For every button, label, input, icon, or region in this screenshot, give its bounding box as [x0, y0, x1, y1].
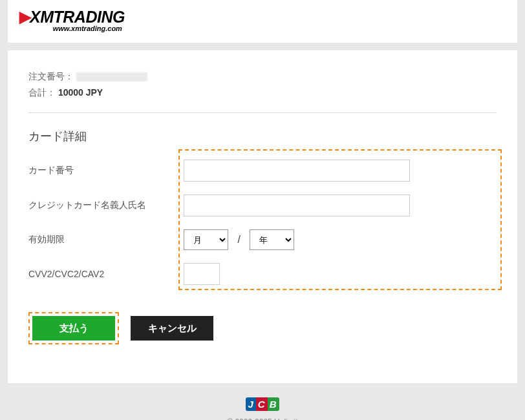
brand-name: XMTRADING: [30, 9, 125, 25]
order-summary: 注文番号： 合計： 10000 JPY: [28, 68, 497, 101]
page-header: ▶ XMTRADING www.xmtrading.com: [8, 0, 517, 43]
payment-card: 注文番号： 合計： 10000 JPY カード詳細 カード番号 クレジットカード…: [8, 50, 517, 383]
order-number-label: 注文番号：: [28, 71, 74, 81]
page-footer: JCB © 2009-2025 Unlimit: [8, 383, 517, 420]
card-holder-input[interactable]: [184, 194, 410, 216]
pay-button[interactable]: 支払う: [32, 316, 115, 341]
card-holder-label: クレジットカード名義人氏名: [28, 200, 184, 211]
brand-url: www.xmtrading.com: [19, 25, 125, 32]
card-form: カード番号 クレジットカード名義人氏名 有効期限 月 / 年: [28, 160, 497, 285]
total-label: 合計：: [28, 87, 56, 98]
expiry-separator: /: [237, 234, 240, 245]
brand-logo: ▶ XMTRADING www.xmtrading.com: [19, 8, 125, 32]
jcb-logo-icon: JCB: [246, 397, 279, 411]
expiry-year-select[interactable]: 年: [250, 229, 294, 250]
copyright-text: © 2009-2025 Unlimit: [8, 417, 517, 420]
section-title: カード詳細: [28, 129, 497, 144]
total-value: 10000 JPY: [58, 87, 103, 98]
expiry-label: 有効期限: [28, 234, 184, 246]
card-number-label: カード番号: [28, 165, 184, 176]
cancel-button[interactable]: キャンセル: [131, 316, 213, 341]
order-number-value: [76, 72, 147, 81]
expiry-month-select[interactable]: 月: [184, 229, 228, 250]
cvv-label: CVV2/CVC2/CAV2: [28, 269, 184, 279]
button-row: 支払う キャンセル: [28, 312, 497, 344]
cvv-input[interactable]: [184, 263, 220, 285]
row-cvv: CVV2/CVC2/CAV2: [28, 263, 497, 285]
divider: [28, 112, 497, 113]
card-number-input[interactable]: [184, 160, 410, 182]
row-card-holder: クレジットカード名義人氏名: [28, 194, 497, 216]
row-card-number: カード番号: [28, 160, 497, 182]
pay-button-highlight: 支払う: [28, 312, 119, 344]
row-expiry: 有効期限 月 / 年: [28, 229, 497, 250]
